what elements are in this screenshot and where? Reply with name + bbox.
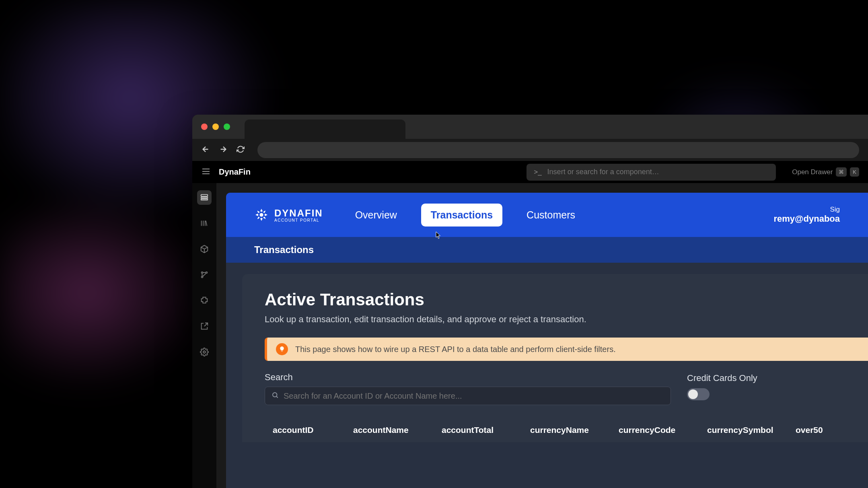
- sidebar-layers-icon[interactable]: [197, 190, 212, 205]
- portal-logo: DYNAFIN ACCOUNT PORTAL: [254, 208, 323, 222]
- svg-rect-5: [201, 199, 208, 200]
- logo-mark-icon: [254, 208, 269, 222]
- open-drawer-hint[interactable]: Open Drawer ⌘ K: [792, 167, 859, 177]
- column-accountname[interactable]: accountName: [353, 425, 438, 435]
- reload-icon[interactable]: [237, 145, 245, 155]
- filter-row: Search Credit Cards Only: [265, 372, 868, 405]
- sidebar-settings-icon[interactable]: [197, 345, 212, 359]
- column-accounttotal[interactable]: accountTotal: [442, 425, 526, 435]
- column-accountid[interactable]: accountID: [273, 425, 349, 435]
- app-title: DynaFin: [219, 167, 251, 177]
- kbd-k: K: [850, 167, 859, 177]
- search-input-wrap[interactable]: [265, 387, 671, 405]
- portal-user-signin-label: Sig: [773, 206, 840, 214]
- open-drawer-label: Open Drawer: [792, 168, 833, 176]
- app-header: DynaFin >_ Open Drawer ⌘ K: [192, 161, 868, 183]
- info-text: This page shows how to wire up a REST AP…: [295, 345, 616, 354]
- svg-point-10: [260, 213, 263, 217]
- tab-customers[interactable]: Customers: [517, 204, 585, 226]
- toggle-knob: [688, 389, 698, 399]
- sidebar-branch-icon[interactable]: [197, 268, 212, 282]
- main-canvas: DYNAFIN ACCOUNT PORTAL Overview Transact…: [216, 183, 868, 488]
- svg-rect-4: [201, 197, 208, 198]
- component-search-input[interactable]: [547, 168, 769, 176]
- search-label: Search: [265, 372, 671, 383]
- portal-subheader: Transactions: [226, 237, 868, 263]
- info-banner: This page shows how to wire up a REST AP…: [265, 338, 868, 361]
- breadcrumb: Transactions: [254, 244, 314, 255]
- portal-logo-main: DYNAFIN: [274, 208, 323, 219]
- transaction-search-input[interactable]: [284, 391, 664, 401]
- browser-nav-bar: [192, 139, 868, 161]
- sidebar-export-icon[interactable]: [197, 319, 212, 334]
- window-controls: [201, 124, 230, 130]
- credit-cards-toggle[interactable]: [687, 388, 710, 400]
- portal-tabs: Overview Transactions Customers: [346, 204, 585, 226]
- column-currencycode[interactable]: currencyCode: [619, 425, 703, 435]
- toggle-block: Credit Cards Only: [687, 372, 757, 405]
- sidebar: [192, 183, 216, 488]
- table-header: accountID accountName accountTotal curre…: [265, 418, 868, 442]
- lightbulb-icon: [276, 343, 288, 355]
- browser-tab[interactable]: [245, 119, 405, 139]
- svg-point-8: [206, 272, 208, 274]
- browser-window: DynaFin >_ Open Drawer ⌘ K: [192, 115, 868, 488]
- column-currencyname[interactable]: currencyName: [530, 425, 615, 435]
- minimize-window-button[interactable]: [212, 124, 219, 130]
- portal-user: Sig remy@dynaboa: [773, 206, 840, 224]
- url-bar[interactable]: [257, 142, 859, 158]
- sidebar-puzzle-icon[interactable]: [197, 293, 212, 308]
- terminal-prompt-icon: >_: [534, 168, 541, 176]
- cursor-icon: [436, 232, 441, 239]
- close-window-button[interactable]: [201, 124, 208, 130]
- component-search[interactable]: >_: [527, 164, 776, 181]
- menu-icon[interactable]: [201, 167, 211, 178]
- column-over50[interactable]: over50: [796, 425, 848, 435]
- page-subtitle: Look up a transaction, edit transaction …: [265, 314, 868, 325]
- svg-point-11: [273, 393, 277, 397]
- portal-user-email: remy@dynaboa: [773, 214, 840, 224]
- browser-tab-bar: [192, 115, 868, 139]
- sidebar-library-icon[interactable]: [197, 216, 212, 231]
- page-title: Active Transactions: [265, 290, 868, 309]
- back-icon[interactable]: [201, 145, 210, 155]
- svg-rect-3: [201, 195, 208, 197]
- portal-header: DYNAFIN ACCOUNT PORTAL Overview Transact…: [226, 193, 868, 237]
- svg-point-9: [203, 351, 206, 353]
- column-currencysymbol[interactable]: currencySymbol: [707, 425, 792, 435]
- app-body: DYNAFIN ACCOUNT PORTAL Overview Transact…: [192, 183, 868, 488]
- portal-frame: DYNAFIN ACCOUNT PORTAL Overview Transact…: [226, 193, 868, 488]
- search-block: Search: [265, 372, 671, 405]
- kbd-cmd: ⌘: [836, 167, 847, 177]
- maximize-window-button[interactable]: [224, 124, 230, 130]
- search-icon: [272, 391, 279, 400]
- sidebar-cube-icon[interactable]: [197, 242, 212, 256]
- svg-point-6: [202, 272, 203, 274]
- tab-overview[interactable]: Overview: [346, 204, 407, 226]
- forward-icon[interactable]: [219, 145, 228, 155]
- credit-cards-toggle-label: Credit Cards Only: [687, 373, 757, 383]
- portal-logo-sub: ACCOUNT PORTAL: [274, 218, 323, 222]
- content-panel: Active Transactions Look up a transactio…: [242, 274, 868, 442]
- tab-transactions[interactable]: Transactions: [421, 204, 502, 226]
